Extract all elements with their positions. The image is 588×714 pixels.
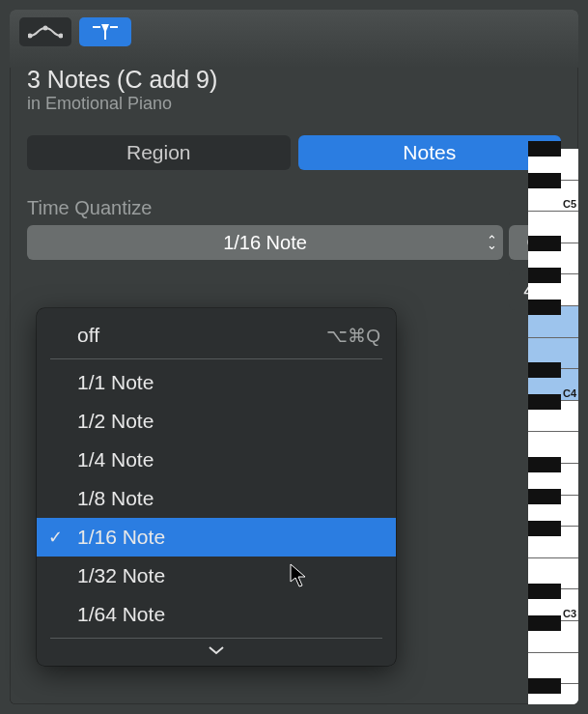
filter-tool-button[interactable] — [79, 17, 131, 46]
quantize-menu-item[interactable]: 1/64 Note — [37, 595, 396, 634]
menu-divider — [50, 638, 382, 639]
quantize-menu-item[interactable]: 1/2 Note — [37, 402, 396, 441]
menu-item-label: 1/2 Note — [77, 410, 154, 433]
piano-key-black[interactable] — [528, 268, 561, 283]
svg-point-2 — [59, 34, 64, 39]
checkmark-icon: ✓ — [48, 527, 63, 548]
quantize-selected-value: 1/16 Note — [223, 232, 307, 254]
menu-item-label: 1/4 Note — [77, 448, 154, 471]
quantize-menu-item[interactable]: 1/1 Note — [37, 363, 396, 402]
piano-key-black[interactable] — [528, 615, 561, 631]
menu-item-label: off — [77, 324, 99, 347]
svg-point-1 — [43, 26, 48, 31]
tab-region[interactable]: Region — [27, 135, 291, 170]
key-label-c5: C5 — [563, 198, 576, 210]
piano-key-black[interactable] — [528, 173, 561, 188]
key-label-c3: C3 — [563, 608, 576, 619]
svg-point-0 — [28, 34, 33, 39]
piano-key-black[interactable] — [528, 236, 561, 251]
piano-key-black[interactable] — [528, 141, 561, 157]
menu-divider — [50, 358, 382, 359]
piano-key-black[interactable] — [528, 362, 561, 378]
quantize-menu-item[interactable]: 1/4 Note — [37, 441, 396, 479]
quantize-menu-item-off[interactable]: off ⌥⌘Q — [37, 316, 396, 355]
quantize-menu-item[interactable]: ✓1/16 Note — [37, 518, 396, 557]
menu-more-button[interactable] — [37, 643, 396, 658]
curve-icon — [28, 24, 63, 40]
quantize-value-select[interactable]: 1/16 Note ⌃ ⌄ — [27, 225, 503, 260]
piano-key-black[interactable] — [528, 521, 561, 536]
quantize-dropdown-menu: off ⌥⌘Q 1/1 Note1/2 Note1/4 Note1/8 Note… — [37, 308, 396, 666]
automation-curve-tool-button[interactable] — [19, 17, 71, 46]
time-quantize-label: Time Quantize — [10, 176, 578, 225]
key-label-c4: C4 — [563, 387, 576, 399]
piano-key-black[interactable] — [528, 678, 561, 694]
piano-key-black[interactable] — [528, 300, 561, 315]
selection-title: 3 Notes (C add 9) — [27, 66, 561, 94]
quantize-menu-item[interactable]: 1/32 Note — [37, 557, 396, 595]
chevron-down-icon — [208, 644, 225, 656]
menu-item-label: 1/64 Note — [77, 603, 165, 626]
piano-keyboard[interactable]: C5 C4 C3 — [528, 149, 578, 704]
tab-notes[interactable]: Notes — [298, 135, 562, 170]
stepper-updown-icon: ⌃ ⌄ — [487, 238, 497, 247]
track-subtitle: in Emotional Piano — [27, 94, 561, 114]
piano-key-black[interactable] — [528, 457, 561, 472]
menu-item-label: 1/32 Note — [77, 564, 165, 587]
menu-item-label: 1/1 Note — [77, 371, 154, 394]
piano-key-black[interactable] — [528, 489, 561, 504]
filter-pin-icon — [89, 22, 122, 42]
quantize-menu-item[interactable]: 1/8 Note — [37, 479, 396, 518]
menu-item-label: 1/16 Note — [77, 526, 165, 549]
menu-item-label: 1/8 Note — [77, 487, 154, 510]
piano-key-black[interactable] — [528, 394, 561, 410]
piano-key-black[interactable] — [528, 584, 561, 599]
menu-item-shortcut: ⌥⌘Q — [326, 325, 380, 347]
